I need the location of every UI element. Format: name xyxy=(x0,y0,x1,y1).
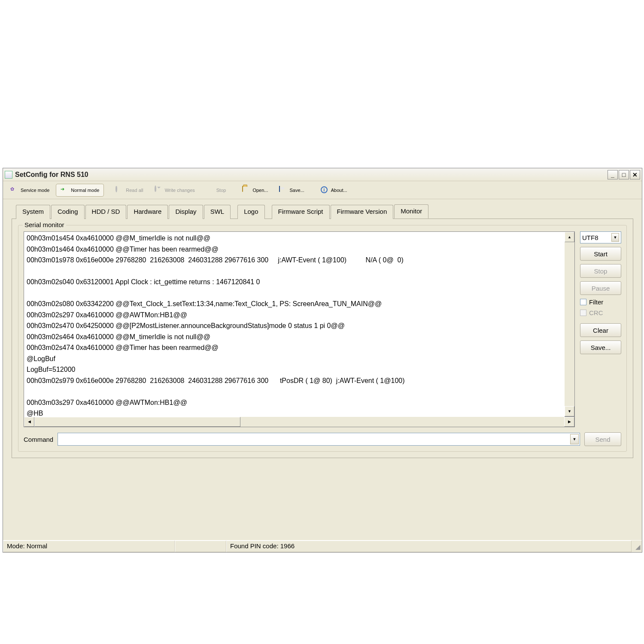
status-empty xyxy=(175,541,226,552)
checkbox-box xyxy=(580,299,586,305)
start-button[interactable]: Start xyxy=(580,247,621,261)
about-label: About... xyxy=(331,188,347,193)
write-changes-label: Write changes xyxy=(165,188,195,193)
normal-mode-button[interactable]: ➔ Normal mode xyxy=(56,184,104,197)
send-button: Send xyxy=(584,432,621,446)
command-input[interactable]: ▼ xyxy=(58,433,580,446)
serial-monitor-group: Serial monitor 00h03m01s454 0xa4610000 @… xyxy=(18,225,627,452)
pause-button: Pause xyxy=(580,281,621,295)
dropdown-icon: ▼ xyxy=(611,233,619,242)
encoding-select[interactable]: UTF8 ▼ xyxy=(580,231,621,243)
tab-strip: System Coding HDD / SD Hardware Display … xyxy=(16,204,642,219)
service-mode-label: Service mode xyxy=(21,188,49,193)
download-icon xyxy=(155,186,162,194)
tab-firmware-script[interactable]: Firmware Script xyxy=(272,205,330,219)
scrollbar-horizontal[interactable]: ◀ ▶ xyxy=(24,417,575,427)
tab-firmware-version[interactable]: Firmware Version xyxy=(331,205,394,219)
about-button[interactable]: i About... xyxy=(316,184,352,197)
open-label: Open... xyxy=(252,188,268,193)
command-label: Command xyxy=(24,436,53,443)
stop-label: Stop xyxy=(216,188,226,193)
monitor-text: 00h03m01s454 0xa4610000 @@M_timerIdle is… xyxy=(24,232,565,417)
monitor-stop-button: Stop xyxy=(580,264,621,278)
tab-swl[interactable]: SWL xyxy=(204,205,231,219)
minimize-button[interactable]: _ xyxy=(608,170,618,179)
save-button[interactable]: Save... xyxy=(274,184,309,197)
close-button[interactable]: ✕ xyxy=(630,170,640,179)
save-icon xyxy=(279,186,287,194)
tab-monitor[interactable]: Monitor xyxy=(394,204,428,219)
folder-icon xyxy=(242,186,250,194)
normal-mode-label: Normal mode xyxy=(71,188,99,193)
scroll-down-button[interactable]: ▼ xyxy=(565,406,574,416)
scroll-left-button[interactable]: ◀ xyxy=(24,417,34,427)
filter-checkbox[interactable]: Filter xyxy=(580,298,621,306)
status-pin: Found PIN code: 1966 xyxy=(226,541,632,552)
resize-grip-icon[interactable]: ◢ xyxy=(632,541,642,552)
monitor-save-button[interactable]: Save... xyxy=(580,340,621,354)
gear-icon: ✿ xyxy=(10,186,18,194)
checkbox-box xyxy=(580,310,586,316)
filter-label: Filter xyxy=(589,298,603,306)
refresh-icon xyxy=(115,186,123,194)
serial-monitor-legend: Serial monitor xyxy=(23,221,66,228)
read-all-label: Read all xyxy=(126,188,143,193)
arrow-right-icon: ➔ xyxy=(61,186,68,194)
tab-hdd-sd[interactable]: HDD / SD xyxy=(85,205,127,219)
scroll-right-button[interactable]: ▶ xyxy=(564,417,574,427)
app-icon xyxy=(5,171,12,179)
read-all-button: Read all xyxy=(111,184,148,197)
stop-icon xyxy=(206,186,214,194)
clear-button[interactable]: Clear xyxy=(580,323,621,337)
open-button[interactable]: Open... xyxy=(237,184,273,197)
crc-label: CRC xyxy=(589,309,603,316)
scroll-up-button[interactable]: ▲ xyxy=(565,232,574,242)
tab-hardware[interactable]: Hardware xyxy=(127,205,168,219)
encoding-value: UTF8 xyxy=(582,234,598,241)
monitor-side-column: UTF8 ▼ Start Stop Pause Filter CRC xyxy=(580,231,621,354)
scroll-thumb[interactable] xyxy=(34,417,240,427)
save-label: Save... xyxy=(289,188,304,193)
stop-button: Stop xyxy=(201,184,231,197)
scrollbar-vertical[interactable]: ▲ ▼ xyxy=(565,231,575,417)
statusbar: Mode: Normal Found PIN code: 1966 ◢ xyxy=(3,540,642,552)
status-mode: Mode: Normal xyxy=(3,541,175,552)
toolbar: ✿ Service mode ➔ Normal mode Read all Wr… xyxy=(3,181,642,199)
tab-logo[interactable]: Logo xyxy=(237,205,264,219)
tab-coding[interactable]: Coding xyxy=(51,205,85,219)
titlebar: SetConfig for RNS 510 _ □ ✕ xyxy=(3,168,642,181)
write-changes-button: Write changes xyxy=(150,184,200,197)
tab-panel: Serial monitor 00h03m01s454 0xa4610000 @… xyxy=(12,219,633,458)
service-mode-button[interactable]: ✿ Service mode xyxy=(6,184,54,197)
tab-display[interactable]: Display xyxy=(169,205,203,219)
maximize-button[interactable]: □ xyxy=(619,170,629,179)
main-window: SetConfig for RNS 510 _ □ ✕ ✿ Service mo… xyxy=(3,168,642,553)
tab-system[interactable]: System xyxy=(16,205,50,219)
command-row: Command ▼ Send xyxy=(24,432,621,446)
crc-checkbox: CRC xyxy=(580,309,621,316)
info-icon: i xyxy=(321,186,328,194)
window-title: SetConfig for RNS 510 xyxy=(15,171,88,179)
monitor-output[interactable]: 00h03m01s454 0xa4610000 @@M_timerIdle is… xyxy=(24,231,565,417)
dropdown-icon: ▼ xyxy=(570,434,579,444)
